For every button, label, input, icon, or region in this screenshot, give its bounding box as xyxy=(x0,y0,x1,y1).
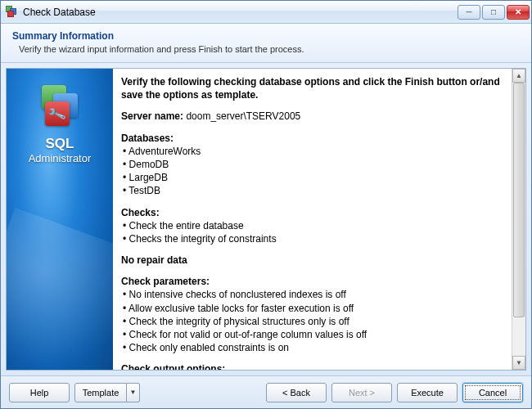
dialog-window: Check Database ─ □ ✕ Summary Information… xyxy=(0,0,532,409)
list-item: Allow exclusive table locks for faster e… xyxy=(123,302,507,315)
list-item: No intensive checks of nonclustered inde… xyxy=(123,288,507,301)
list-item: TestDB xyxy=(123,184,507,197)
next-button: Next > xyxy=(331,383,392,402)
scroll-down-button[interactable]: ▼ xyxy=(512,356,525,370)
list-item: AdventureWorks xyxy=(123,145,507,158)
titlebar[interactable]: Check Database ─ □ ✕ xyxy=(1,1,531,24)
chevron-down-icon: ▼ xyxy=(130,389,137,396)
page-title: Summary Information xyxy=(12,30,520,42)
server-name-value: doom_server\TSERV2005 xyxy=(186,110,300,122)
wizard-body: 🔧 SQL Administrator Verify the following… xyxy=(6,68,526,371)
close-button[interactable]: ✕ xyxy=(507,5,530,20)
app-icon xyxy=(6,6,19,19)
maximize-button[interactable]: □ xyxy=(482,5,505,20)
template-dropdown-button[interactable]: ▼ xyxy=(127,383,140,402)
sidebar-title-1: SQL xyxy=(46,136,74,152)
server-name-label: Server name: xyxy=(121,110,183,122)
list-item: LargeDB xyxy=(123,171,507,184)
scroll-up-button[interactable]: ▲ xyxy=(512,69,525,83)
summary-instruction: Verify the following checking database o… xyxy=(121,75,507,101)
window-title: Check Database xyxy=(23,7,458,18)
help-button[interactable]: Help xyxy=(9,383,70,402)
no-repair-heading: No repair data xyxy=(121,254,507,267)
button-bar: Help Template ▼ < Back Next > Execute Ca… xyxy=(1,375,531,408)
wrench-icon: 🔧 xyxy=(47,104,67,124)
list-item: Checks the integrity of constraints xyxy=(123,232,507,245)
summary-panel: Verify the following checking database o… xyxy=(113,69,525,370)
template-button[interactable]: Template xyxy=(74,383,127,402)
wizard-sidebar: 🔧 SQL Administrator xyxy=(7,69,113,370)
page-subtitle: Verify the wizard input information and … xyxy=(12,44,520,54)
list-item: DemoDB xyxy=(123,158,507,171)
list-item: Check the entire database xyxy=(123,219,507,232)
window-controls: ─ □ ✕ xyxy=(458,5,530,20)
list-item: Check only enabled constraints is on xyxy=(123,341,507,354)
cancel-button[interactable]: Cancel xyxy=(462,383,523,402)
params-heading: Check parameters: xyxy=(121,275,507,288)
execute-button[interactable]: Execute xyxy=(397,383,458,402)
databases-list: AdventureWorks DemoDB LargeDB TestDB xyxy=(123,145,507,198)
back-button[interactable]: < Back xyxy=(266,383,327,402)
list-item: Check the integrity of physical structur… xyxy=(123,315,507,328)
product-logo-icon: 🔧 xyxy=(37,83,83,129)
summary-content: Verify the following checking database o… xyxy=(113,69,512,370)
vertical-scrollbar[interactable]: ▲ ▼ xyxy=(512,69,525,370)
template-split-button: Template ▼ xyxy=(74,383,140,402)
minimize-button[interactable]: ─ xyxy=(458,5,480,20)
output-heading: Check output options: xyxy=(121,362,507,370)
sidebar-title-2: Administrator xyxy=(29,152,92,164)
list-item: Check for not valid or out-of-range colu… xyxy=(123,328,507,341)
wizard-header: Summary Information Verify the wizard in… xyxy=(1,24,531,63)
scroll-track[interactable] xyxy=(512,83,525,356)
databases-heading: Databases: xyxy=(121,132,507,145)
params-list: No intensive checks of nonclustered inde… xyxy=(123,288,507,354)
scroll-thumb[interactable] xyxy=(513,83,525,317)
checks-list: Check the entire database Checks the int… xyxy=(123,219,507,245)
checks-heading: Checks: xyxy=(121,206,507,219)
